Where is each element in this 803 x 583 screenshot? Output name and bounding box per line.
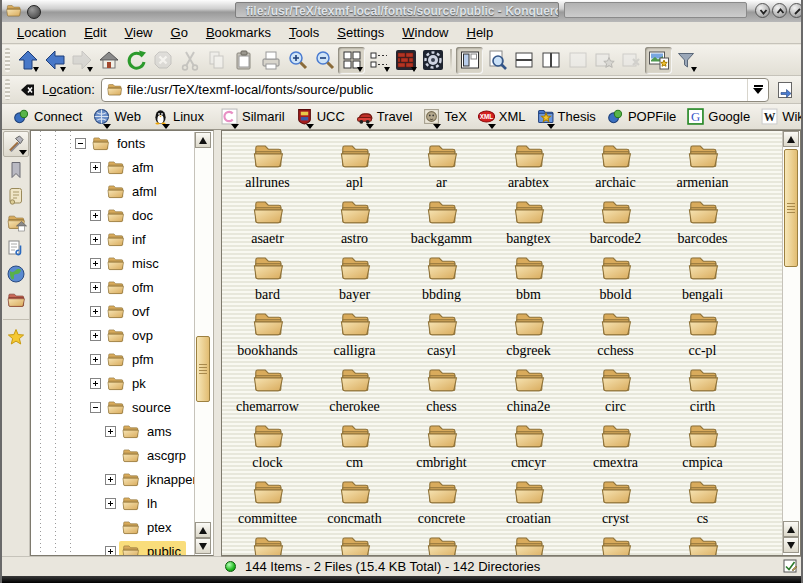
show-sidebar-button[interactable]: [456, 47, 483, 74]
tree-item-doc[interactable]: doc: [31, 203, 213, 227]
folder-item-cmbright[interactable]: cmbright: [398, 419, 485, 475]
split-vertical-button[interactable]: [537, 47, 564, 74]
folder-item-casyl[interactable]: casyl: [398, 307, 485, 363]
menu-tools[interactable]: Tools: [280, 23, 328, 42]
tree-expander-minus-icon[interactable]: [75, 138, 86, 149]
tree-view-button[interactable]: [365, 47, 392, 74]
title-bar[interactable]: file:/usr/TeX/texmf-local/fonts/source/p…: [2, 0, 801, 22]
folder-item-cherokee[interactable]: cherokee: [311, 363, 398, 419]
folder-item-cc-pl[interactable]: cc-pl: [659, 307, 746, 363]
bookmark-wikipedia[interactable]: WWikipedia: [757, 106, 803, 127]
print-button[interactable]: [257, 47, 284, 74]
scroll-up-button[interactable]: [195, 132, 211, 148]
folder-item-circ[interactable]: circ: [572, 363, 659, 419]
folder-item-chemarrow[interactable]: chemarrow: [224, 363, 311, 419]
sticky-pin-button[interactable]: [27, 5, 41, 19]
sidebar-tab-bookmark[interactable]: [3, 157, 29, 183]
paste-button[interactable]: [230, 47, 257, 74]
bookmark-web[interactable]: Web: [89, 106, 148, 127]
tree-expander-plus-icon[interactable]: [90, 330, 101, 341]
home-button[interactable]: [95, 47, 122, 74]
folder-item-armenian[interactable]: armenian: [659, 139, 746, 195]
folder-item-partial[interactable]: [485, 531, 572, 556]
scroll-down-button[interactable]: [195, 538, 211, 554]
scrollbar-thumb[interactable]: [196, 336, 210, 402]
active-view-indicator-icon[interactable]: [783, 559, 798, 574]
tree-expander-plus-icon[interactable]: [105, 426, 116, 437]
folder-item-partial[interactable]: [572, 531, 659, 556]
folder-item-croatian[interactable]: croatian: [485, 475, 572, 531]
folder-item-asaetr[interactable]: asaetr: [224, 195, 311, 251]
folder-item-partial[interactable]: [224, 531, 311, 556]
tree-expander-plus-icon[interactable]: [90, 162, 101, 173]
cut-button[interactable]: [176, 47, 203, 74]
menu-view[interactable]: View: [116, 23, 162, 42]
bookmark-tex[interactable]: TeX: [419, 106, 473, 127]
tree-expander-minus-icon[interactable]: [90, 402, 101, 413]
tree-expander-plus-icon[interactable]: [90, 210, 101, 221]
folder-item-ar[interactable]: ar: [398, 139, 485, 195]
tree-expander-plus-icon[interactable]: [90, 234, 101, 245]
tree-item-ptex[interactable]: ptex: [31, 515, 213, 539]
menu-location[interactable]: Location: [8, 23, 75, 42]
zoom-out-button[interactable]: [311, 47, 338, 74]
folder-item-concrete[interactable]: concrete: [398, 475, 485, 531]
folder-item-backgamm[interactable]: backgamm: [398, 195, 485, 251]
sidebar-tab-home-folder[interactable]: [3, 209, 29, 235]
maximize-button[interactable]: [772, 3, 787, 18]
filter-button[interactable]: [672, 47, 699, 74]
go-button[interactable]: [775, 80, 795, 100]
tree-expander-plus-icon[interactable]: [105, 546, 116, 557]
folder-item-barcode2[interactable]: barcode2: [572, 195, 659, 251]
folder-item-partial[interactable]: [311, 531, 398, 556]
folder-item-cryst[interactable]: cryst: [572, 475, 659, 531]
tree-item-source[interactable]: source: [31, 395, 213, 419]
menu-help[interactable]: Help: [458, 23, 503, 42]
tree-expander-plus-icon[interactable]: [90, 306, 101, 317]
folder-item-archaic[interactable]: archaic: [572, 139, 659, 195]
tree-expander-plus-icon[interactable]: [90, 354, 101, 365]
folder-item-bard[interactable]: bard: [224, 251, 311, 307]
menu-window[interactable]: Window: [393, 23, 457, 42]
tree-item-ovf[interactable]: ovf: [31, 299, 213, 323]
bookmark-travel[interactable]: Travel: [352, 106, 420, 127]
folder-item-concmath[interactable]: concmath: [311, 475, 398, 531]
folder-item-cbgreek[interactable]: cbgreek: [485, 307, 572, 363]
tree-item-inf[interactable]: inf: [31, 227, 213, 251]
tree-item-ovp[interactable]: ovp: [31, 323, 213, 347]
folder-item-cmextra[interactable]: cmextra: [572, 419, 659, 475]
folder-item-calligra[interactable]: calligra: [311, 307, 398, 363]
folder-item-partial[interactable]: [398, 531, 485, 556]
folder-item-barcodes[interactable]: barcodes: [659, 195, 746, 251]
folder-item-bengali[interactable]: bengali: [659, 251, 746, 307]
toolbar-grippy[interactable]: [5, 48, 10, 72]
folder-item-bookhands[interactable]: bookhands: [224, 307, 311, 363]
bookmark-thesis[interactable]: Thesis: [533, 106, 603, 127]
tree-item-ascgrp[interactable]: ascgrp: [31, 443, 213, 467]
scroll-up-button[interactable]: [783, 131, 799, 147]
tree-item-afm[interactable]: afm: [31, 155, 213, 179]
tree-item-jknappen[interactable]: jknappen: [31, 467, 213, 491]
sidebar-tab-network[interactable]: [3, 261, 29, 287]
bookmark-silmaril[interactable]: Silmaril: [217, 106, 292, 127]
tree-item-pfm[interactable]: pfm: [31, 347, 213, 371]
folder-item-bbm[interactable]: bbm: [485, 251, 572, 307]
tree-item-fonts[interactable]: fonts: [31, 131, 213, 155]
close-tab-button[interactable]: [618, 47, 645, 74]
split-horizontal-button[interactable]: [510, 47, 537, 74]
scroll-down-button[interactable]: [783, 537, 799, 553]
bricks-button[interactable]: [392, 47, 419, 74]
clear-location-button[interactable]: [18, 81, 36, 99]
menu-go[interactable]: Go: [162, 23, 197, 42]
menu-settings[interactable]: Settings: [328, 23, 393, 42]
tree-expander-plus-icon[interactable]: [105, 498, 116, 509]
scrollbar-thumb[interactable]: [784, 149, 798, 267]
new-tab-button[interactable]: [591, 47, 618, 74]
folder-item-clock[interactable]: clock: [224, 419, 311, 475]
folder-item-committee[interactable]: committee: [224, 475, 311, 531]
location-input[interactable]: [123, 81, 747, 98]
tree-expander-plus-icon[interactable]: [90, 258, 101, 269]
minimize-button[interactable]: [755, 3, 770, 18]
tree-item-misc[interactable]: misc: [31, 251, 213, 275]
tree-expander-plus-icon[interactable]: [90, 378, 101, 389]
